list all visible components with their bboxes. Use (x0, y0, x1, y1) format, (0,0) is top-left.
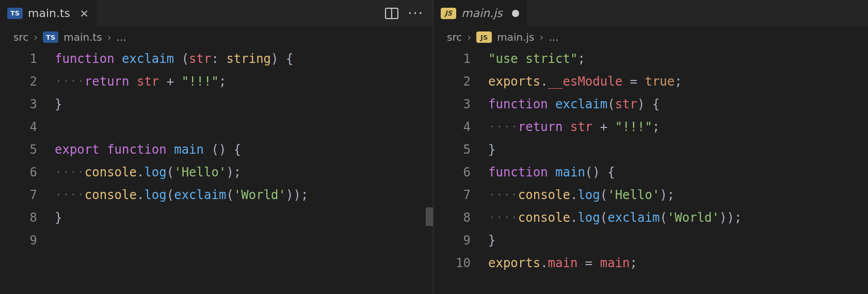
breadcrumb-file[interactable]: main.ts (63, 31, 102, 43)
code-line[interactable]: exports.__esModule = true; (488, 70, 868, 93)
code-content[interactable]: "use strict";exports.__esModule = true;f… (483, 47, 868, 294)
code-line[interactable]: ····return str + "!!!"; (55, 70, 433, 93)
token-pn: ( (600, 210, 607, 225)
breadcrumb-folder[interactable]: src (13, 31, 28, 43)
token-var: main (600, 256, 630, 270)
modified-indicator-icon[interactable] (512, 10, 519, 17)
token-kw: return (85, 74, 130, 89)
close-icon[interactable]: × (79, 7, 89, 20)
token-pr: main (548, 256, 578, 270)
code-line[interactable]: function main() { (488, 161, 868, 184)
token-pn: ( (607, 97, 615, 111)
token-op (174, 74, 181, 89)
token-str: 'World' (667, 210, 719, 225)
token-pr: __esModule (548, 74, 623, 89)
token-op: + (167, 74, 174, 89)
breadcrumb[interactable]: src › JS main.js › ... (433, 27, 868, 47)
token-pn: ) (637, 97, 645, 111)
line-number: 1 (0, 47, 37, 70)
chevron-right-icon: › (107, 31, 111, 43)
code-line[interactable]: function exclaim(str) { (488, 93, 868, 116)
code-line[interactable]: ····console.log('Hello'); (488, 184, 868, 206)
token-fn: log (577, 188, 600, 202)
code-editor[interactable]: 12345678910 "use strict";exports.__esMod… (433, 47, 868, 294)
breadcrumb-file[interactable]: main.js (497, 31, 534, 43)
token-ty: string (226, 52, 271, 66)
code-content[interactable]: function exclaim (str: string) {····retu… (50, 47, 433, 294)
code-line[interactable]: ····return str + "!!!"; (488, 116, 868, 138)
token-pn: { (234, 142, 241, 157)
tab-label: main.ts (28, 7, 70, 20)
token-pn: ( (182, 52, 189, 66)
typescript-badge-icon: TS (7, 8, 23, 19)
token-pn: ( (585, 165, 592, 179)
token-pn: . (540, 256, 548, 270)
token-fn: exclaim (174, 188, 226, 202)
code-line[interactable]: export function main () { (55, 138, 433, 161)
editor-pane-right: JS main.js src › JS main.js › ... 123456… (433, 0, 868, 294)
tab-main-ts[interactable]: TS main.ts × (0, 0, 97, 26)
line-number: 7 (433, 184, 471, 206)
indent-guide: ···· (488, 210, 518, 225)
line-number: 3 (0, 93, 37, 116)
chevron-right-icon: › (540, 31, 544, 43)
token-fn: log (144, 188, 166, 202)
token-op (563, 120, 570, 134)
token-kw: function (55, 52, 115, 66)
line-number: 4 (0, 116, 37, 138)
token-op (548, 97, 555, 111)
code-line[interactable]: ····console.log(exclaim('World')); (488, 206, 868, 229)
workspace: TS main.ts × ··· src › TS main.ts › ... (0, 0, 868, 294)
line-number: 8 (433, 206, 471, 229)
token-op (607, 120, 615, 134)
tab-label: main.js (461, 7, 503, 20)
code-line[interactable]: "use strict"; (488, 47, 868, 70)
code-line[interactable] (55, 229, 433, 252)
line-number: 4 (433, 116, 471, 138)
line-number: 10 (433, 252, 471, 274)
code-line[interactable]: ····console.log(exclaim('World')); (55, 184, 433, 206)
code-line[interactable] (55, 116, 433, 138)
token-pn: ) (286, 188, 293, 202)
breadcrumb-tail[interactable]: ... (549, 31, 559, 43)
token-op (592, 256, 600, 270)
token-id: console (518, 188, 570, 202)
token-pn: ; (301, 188, 308, 202)
token-pn: ) (293, 188, 300, 202)
token-pn: . (570, 188, 577, 202)
code-line[interactable]: function exclaim (str: string) { (55, 47, 433, 70)
token-pn: ) (271, 52, 278, 66)
indent-guide: ···· (488, 188, 518, 202)
code-line[interactable]: } (488, 229, 868, 252)
more-actions-icon[interactable]: ··· (408, 6, 424, 21)
token-pn: ) (660, 188, 667, 202)
token-str: "!!!" (615, 120, 652, 134)
token-pn: } (488, 142, 495, 157)
code-editor[interactable]: 123456789 function exclaim (str: string)… (0, 47, 433, 294)
token-pn: . (137, 188, 144, 202)
code-line[interactable]: exports.main = main; (488, 252, 868, 274)
code-line[interactable]: } (55, 206, 433, 229)
indent-guide: ···· (488, 120, 518, 134)
token-pn: } (55, 97, 62, 111)
breadcrumb-tail[interactable]: ... (117, 31, 126, 43)
chevron-right-icon: › (467, 31, 471, 43)
code-line[interactable]: } (55, 93, 433, 116)
token-pn: . (137, 165, 144, 179)
breadcrumb[interactable]: src › TS main.ts › ... (0, 27, 433, 47)
token-op (645, 97, 652, 111)
overview-ruler[interactable] (426, 47, 433, 294)
split-editor-icon[interactable] (385, 8, 398, 19)
token-op (115, 52, 122, 66)
token-fn: main (174, 142, 204, 157)
tab-main-js[interactable]: JS main.js (433, 0, 527, 26)
code-line[interactable]: } (488, 138, 868, 161)
token-op (204, 142, 211, 157)
breadcrumb-folder[interactable]: src (447, 31, 462, 43)
token-id: exports (488, 74, 540, 89)
line-number: 3 (433, 93, 471, 116)
code-line[interactable]: ····console.log('Hello'); (55, 161, 433, 184)
token-pn: ; (667, 188, 674, 202)
indent-guide: ···· (55, 188, 85, 202)
line-number: 1 (433, 47, 471, 70)
